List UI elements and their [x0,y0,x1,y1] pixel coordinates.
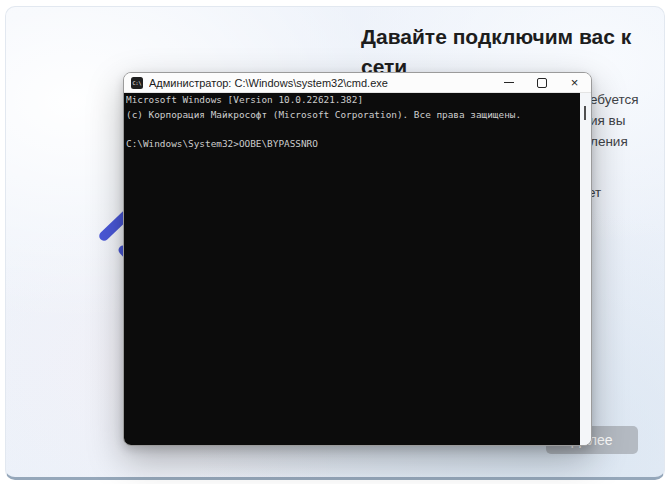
console-line-prompt-command: C:\Windows\System32>OOBE\BYPASSNRO [126,138,580,153]
cmd-window: C:\ Администратор: C:\Windows\system32\c… [123,72,592,446]
scrollbar-thumb[interactable] [584,106,586,120]
console-area: Microsoft Windows [Version 10.0.22621.38… [124,93,591,445]
minimize-icon [504,82,514,83]
cmd-icon: C:\ [131,77,143,89]
maximize-button[interactable] [525,73,558,92]
window-controls: × [492,73,591,92]
body-text-fragment-3: ления [590,134,628,150]
console-line-copyright: (с) Корпорация Майкрософт (Microsoft Cor… [126,109,580,124]
body-text-fragment-1: ебуется [590,92,639,108]
console-scrollbar[interactable] [580,93,591,445]
close-button[interactable]: × [558,73,591,92]
console-line-version: Microsoft Windows [Version 10.0.22621.38… [126,94,580,109]
maximize-icon [537,78,547,88]
cmd-window-title: Администратор: C:\Windows\system32\cmd.e… [149,77,492,89]
console-line-blank [126,123,580,138]
body-text-fragment-2: ия вы [590,113,625,129]
console-output[interactable]: Microsoft Windows [Version 10.0.22621.38… [124,93,580,445]
cmd-titlebar[interactable]: C:\ Администратор: C:\Windows\system32\c… [124,73,591,93]
minimize-button[interactable] [492,73,525,92]
